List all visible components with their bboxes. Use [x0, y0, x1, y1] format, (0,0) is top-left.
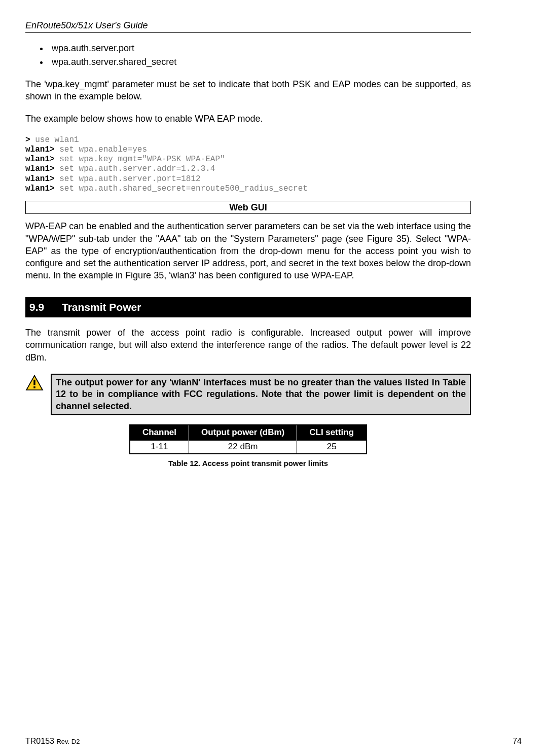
list-item: wpa.auth.server.port	[49, 42, 471, 54]
header-rule	[25, 32, 471, 33]
table-row: 1-11 22 dBm 25	[130, 441, 367, 454]
col-header: Channel	[130, 425, 189, 440]
cli-command: set wpa.key_mgmt="WPA-PSK WPA-EAP"	[55, 155, 225, 164]
paragraph: The example below shows how to enable WP…	[25, 113, 471, 125]
table-header-row: Channel Output power (dBm) CLI setting	[130, 425, 367, 440]
table-cell: 25	[297, 441, 367, 454]
webgui-heading: Web GUI	[25, 201, 471, 214]
cli-command: set wpa.auth.server.port=1812	[55, 174, 201, 184]
cli-prompt: wlan1>	[25, 184, 55, 193]
warning-block: The output power for any 'wlanN' interfa…	[25, 374, 471, 415]
paragraph: The transmit power of the access point r…	[25, 327, 471, 364]
table-wrapper: Channel Output power (dBm) CLI setting 1…	[25, 424, 471, 469]
cli-command: set wpa.enable=yes	[55, 145, 147, 154]
cli-prompt: >	[25, 135, 30, 145]
cli-prompt: wlan1>	[25, 145, 55, 154]
list-item: wpa.auth.server.shared_secret	[49, 56, 471, 68]
section-title: Transmit Power	[62, 301, 141, 313]
cli-command: set wpa.auth.server.addr=1.2.3.4	[55, 164, 215, 173]
col-header: Output power (dBm)	[189, 425, 297, 440]
table-cell: 1-11	[130, 441, 189, 454]
bullet-list: wpa.auth.server.port wpa.auth.server.sha…	[25, 42, 471, 68]
svg-rect-1	[33, 380, 35, 385]
cli-command: use wlan1	[30, 135, 79, 145]
cli-prompt: wlan1>	[25, 174, 55, 184]
table-caption: Table 12. Access point transmit power li…	[25, 458, 471, 469]
paragraph: WPA-EAP can be enabled and the authentic…	[25, 220, 471, 281]
warning-icon	[25, 375, 44, 391]
table-cell: 22 dBm	[189, 441, 297, 454]
section-number: 9.9	[29, 300, 62, 314]
doc-header: EnRoute50x/51x User's Guide	[25, 19, 471, 31]
cli-command: set wpa.auth.shared_secret=enroute500_ra…	[55, 184, 308, 193]
cli-prompt: wlan1>	[25, 164, 55, 173]
cli-prompt: wlan1>	[25, 155, 55, 164]
section-heading: 9.9Transmit Power	[25, 297, 471, 317]
warning-text: The output power for any 'wlanN' interfa…	[51, 374, 471, 415]
paragraph: The 'wpa.key_mgmt' parameter must be set…	[25, 78, 471, 103]
col-header: CLI setting	[297, 425, 367, 440]
power-limits-table: Channel Output power (dBm) CLI setting 1…	[129, 424, 367, 454]
code-block: > use wlan1 wlan1> set wpa.enable=yes wl…	[25, 135, 471, 194]
svg-rect-2	[33, 386, 35, 388]
